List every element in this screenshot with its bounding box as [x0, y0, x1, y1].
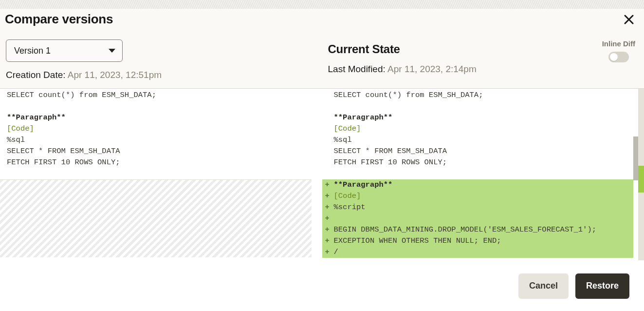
code-line: [334, 168, 644, 179]
paragraph-header: **Paragraph**: [7, 112, 322, 123]
plus-icon: +: [325, 213, 334, 224]
code-line: SELECT count(*) from ESM_SH_DATA;: [7, 90, 322, 101]
chevron-down-icon: [109, 49, 115, 53]
code-line: FETCH FIRST 10 ROWS ONLY;: [334, 157, 644, 168]
code-tag: [Code]: [334, 123, 644, 135]
background-texture: [0, 0, 644, 9]
added-block: + **Paragraph** + [Code] + %script + +: [322, 179, 644, 258]
code-line: SELECT count(*) from ESM_SH_DATA;: [334, 90, 644, 101]
added-line: + [Code]: [325, 191, 634, 202]
paragraph-header: **Paragraph**: [334, 112, 644, 123]
paragraph-header: **Paragraph**: [334, 179, 393, 191]
missing-content-placeholder: [0, 179, 322, 257]
restore-button[interactable]: Restore: [575, 273, 629, 299]
added-line: + EXCEPTION WHEN OTHERS THEN NULL; END;: [325, 235, 634, 247]
toggle-knob: [610, 53, 618, 61]
minimap-added-indicator: [638, 166, 644, 193]
code-line: FETCH FIRST 10 ROWS ONLY;: [7, 157, 322, 168]
compare-versions-modal: Compare versions Version 1 Creation Date…: [0, 9, 644, 311]
code-line: BEGIN DBMS_DATA_MINING.DROP_MODEL('ESM_S…: [334, 224, 597, 235]
creation-date-value: Apr 11, 2023, 12:51pm: [68, 70, 162, 80]
inline-diff-label: Inline Diff: [602, 39, 635, 48]
code-line: [7, 168, 322, 179]
close-icon: [624, 14, 634, 25]
version-select-value: Version 1: [14, 46, 51, 56]
cancel-button[interactable]: Cancel: [518, 273, 569, 299]
creation-date: Creation Date: Apr 11, 2023, 12:51pm: [6, 70, 316, 80]
added-line: +: [325, 213, 634, 224]
last-modified-label: Last Modified:: [328, 64, 388, 74]
plus-icon: +: [325, 247, 334, 258]
code-line: %sql: [7, 135, 322, 146]
plus-icon: +: [325, 191, 334, 202]
right-column-header: Current State Last Modified: Apr 11, 202…: [322, 39, 639, 80]
inline-diff-toggle[interactable]: [608, 52, 629, 62]
code-line: EXCEPTION WHEN OTHERS THEN NULL; END;: [334, 235, 501, 247]
columns-header: Version 1 Creation Date: Apr 11, 2023, 1…: [0, 32, 644, 89]
added-line: + /: [325, 247, 634, 258]
current-state-title: Current State: [328, 39, 639, 56]
modal-footer: Cancel Restore: [0, 260, 644, 311]
modal-title: Compare versions: [5, 12, 113, 27]
code-line: [7, 101, 322, 112]
plus-icon: +: [325, 179, 334, 191]
version-select[interactable]: Version 1: [6, 39, 123, 62]
plus-icon: +: [325, 235, 334, 247]
code-line: [334, 101, 644, 112]
code-line: %script: [334, 202, 366, 213]
added-line: + **Paragraph**: [325, 179, 634, 191]
last-modified-value: Apr 11, 2023, 2:14pm: [387, 64, 477, 74]
close-button[interactable]: [622, 12, 636, 27]
added-line: + BEGIN DBMS_DATA_MINING.DROP_MODEL('ESM…: [325, 224, 634, 235]
left-column-header: Version 1 Creation Date: Apr 11, 2023, 1…: [6, 39, 322, 80]
code-line: SELECT * FROM ESM_SH_DATA: [334, 146, 644, 157]
code-line: /: [334, 247, 338, 258]
creation-date-label: Creation Date:: [6, 70, 68, 80]
added-line: + %script: [325, 202, 634, 213]
code-line: %sql: [334, 135, 644, 146]
code-tag: [Code]: [334, 191, 361, 202]
code-line: SELECT * FROM ESM_SH_DATA: [7, 146, 322, 157]
plus-icon: +: [325, 224, 334, 235]
modal-header: Compare versions: [0, 9, 644, 32]
plus-icon: +: [325, 202, 334, 213]
inline-diff-control: Inline Diff: [602, 39, 635, 62]
code-tag: [Code]: [7, 123, 322, 135]
left-scrollbar-thumb[interactable]: [312, 136, 322, 180]
code-line: [334, 213, 338, 224]
last-modified: Last Modified: Apr 11, 2023, 2:14pm: [328, 64, 639, 75]
